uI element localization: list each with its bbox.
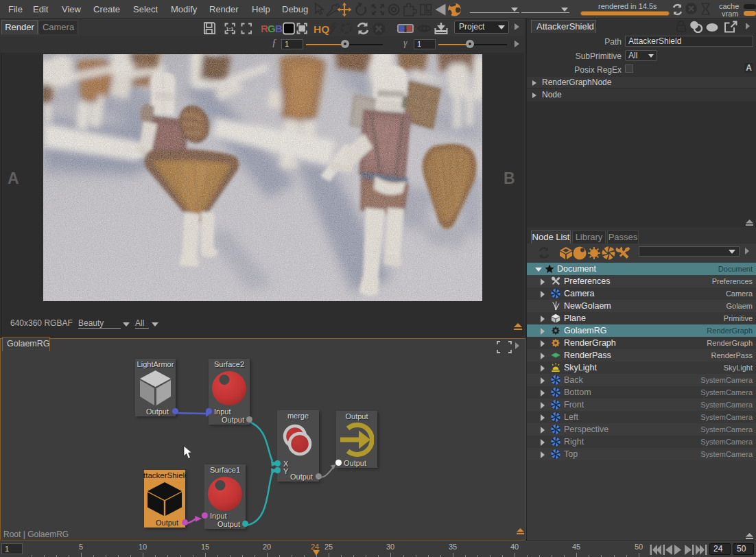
svg-text:1:1: 1:1: [226, 26, 234, 32]
svg-text:HQ: HQ: [314, 23, 329, 35]
svg-text:B: B: [275, 23, 283, 34]
svg-text:G: G: [268, 23, 276, 34]
